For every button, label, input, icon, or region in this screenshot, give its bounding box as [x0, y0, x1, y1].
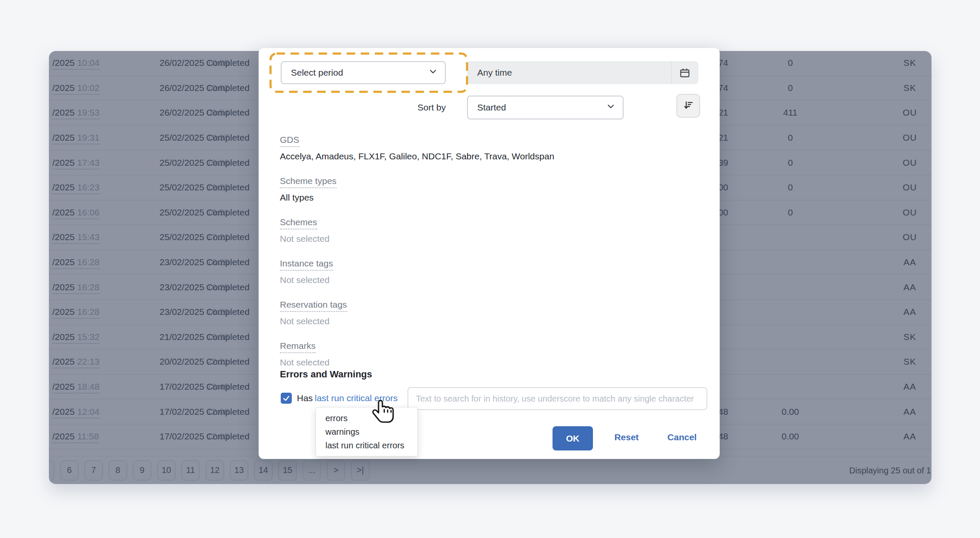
filter-modal: Select period Any time Sort by Started — [259, 48, 720, 459]
period-select[interactable]: Select period — [281, 61, 446, 84]
error-type-link[interactable]: last run critical errors — [315, 393, 398, 403]
filter-section-value: Not selected — [280, 315, 697, 328]
filter-section-value: Accelya, Amadeus, FLX1F, Galileo, NDC1F,… — [280, 150, 697, 163]
filter-sections: GDSAccelya, Amadeus, FLX1F, Galileo, NDC… — [280, 134, 697, 382]
reset-button[interactable]: Reset — [607, 432, 646, 442]
sort-descending-icon — [682, 99, 694, 113]
filter-section: Instance tagsNot selected — [280, 258, 697, 286]
error-type-dropdown-menu: errorswarningslast run critical errors — [316, 407, 418, 456]
period-select-value: Select period — [291, 68, 343, 78]
filter-section: Scheme typesAll types — [280, 176, 697, 204]
ok-button[interactable]: OK — [553, 426, 593, 450]
sort-by-label: Sort by — [361, 102, 446, 113]
dropdown-option[interactable]: last run critical errors — [316, 439, 417, 452]
has-errors-checkbox[interactable] — [281, 393, 292, 404]
calendar-icon[interactable] — [671, 61, 698, 84]
filter-section-label[interactable]: Schemes — [280, 217, 317, 229]
filter-section-label[interactable]: GDS — [280, 134, 299, 147]
filter-section-label[interactable]: Remarks — [280, 340, 316, 353]
filter-section: RemarksNot selected — [280, 340, 697, 369]
time-filter-field[interactable]: Any time — [467, 61, 698, 84]
chevron-down-icon — [428, 67, 438, 79]
chevron-down-icon — [606, 102, 616, 114]
sort-direction-button[interactable] — [676, 94, 700, 118]
filter-section-label[interactable]: Reservation tags — [280, 299, 347, 312]
sort-select[interactable]: Started — [467, 96, 624, 119]
checkmark-icon — [282, 394, 291, 402]
has-label: Has — [297, 393, 313, 403]
filter-section: Reservation tagsNot selected — [280, 299, 697, 328]
filter-section-label[interactable]: Instance tags — [280, 258, 333, 271]
sort-select-value: Started — [477, 102, 506, 113]
errors-warnings-heading: Errors and Warnings — [280, 369, 372, 380]
filter-section-value: Not selected — [280, 232, 697, 245]
filter-section-value: All types — [280, 191, 697, 204]
filter-section: GDSAccelya, Amadeus, FLX1F, Galileo, NDC… — [280, 134, 697, 163]
dropdown-option[interactable]: errors — [316, 411, 417, 425]
filter-section-label[interactable]: Scheme types — [280, 176, 336, 188]
cancel-button[interactable]: Cancel — [662, 432, 702, 442]
time-filter-value: Any time — [467, 68, 512, 78]
filter-section-value: Not selected — [280, 274, 697, 286]
history-search-input[interactable] — [407, 387, 707, 410]
filter-section: SchemesNot selected — [280, 217, 697, 245]
dropdown-option[interactable]: warnings — [316, 425, 417, 439]
app-canvas: /2025 10:0426/02/2025 10:09Completed740S… — [0, 0, 980, 538]
filter-section-value: Not selected — [280, 356, 697, 369]
